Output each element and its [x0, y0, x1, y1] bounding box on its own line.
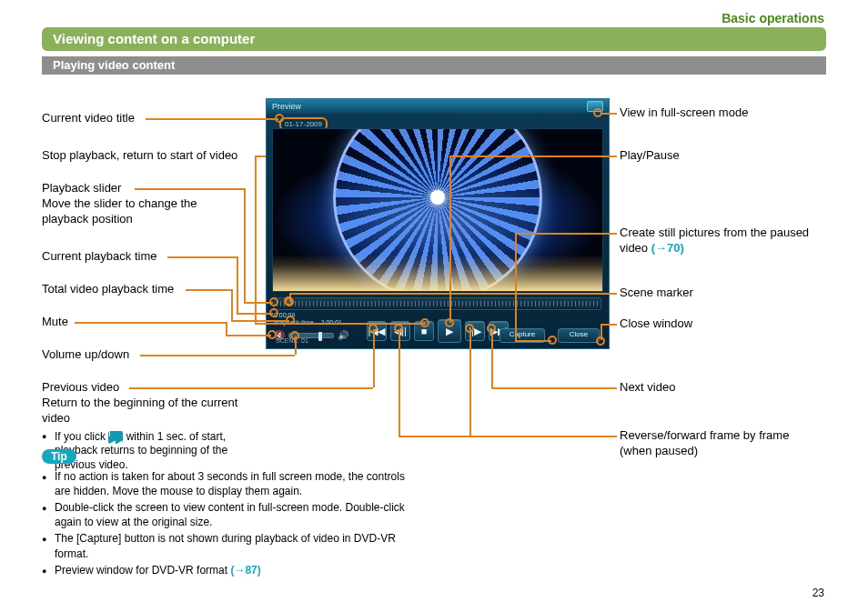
- fullscreen-icon[interactable]: [587, 101, 603, 112]
- callout-cur-time: Current playback time: [42, 249, 156, 265]
- page-title: Viewing content on a computer: [42, 27, 826, 51]
- tips-section: Tip If no action is taken for about 3 se…: [42, 449, 406, 579]
- tip-item: If no action is taken for about 3 second…: [42, 469, 406, 498]
- close-button[interactable]: Close: [558, 328, 600, 343]
- stop-button[interactable]: ■: [414, 321, 434, 341]
- callout-playpause: Play/Pause: [620, 148, 680, 164]
- capture-button[interactable]: Capture: [500, 328, 545, 343]
- callout-slider-desc: Move the slider to change the playback p…: [42, 196, 197, 226]
- image-foreground: [273, 255, 602, 291]
- callout-prev-note-a: If you click: [55, 430, 108, 443]
- tip-badge: Tip: [42, 449, 76, 464]
- inline-prev-icon: |◀◀: [108, 431, 123, 444]
- callout-prev-head: Previous video: [42, 380, 119, 394]
- callout-slider: Playback slider Move the slider to chang…: [42, 181, 233, 227]
- callout-still: Create still pictures from the paused vi…: [620, 226, 829, 256]
- breadcrumb: Basic operations: [722, 11, 824, 25]
- tip-item: The [Capture] button is not shown during…: [42, 531, 406, 560]
- callout-fullscreen: View in full-screen mode: [620, 105, 748, 121]
- callout-volume: Volume up/down: [42, 347, 129, 363]
- callout-close: Close window: [620, 316, 692, 332]
- transport-controls: |◀◀ ◀|| ■ ▶ ||▶ ▶▶|: [367, 321, 509, 343]
- callout-frames: Reverse/forward frame by frame (when pau…: [620, 428, 820, 459]
- tip-item: Double-click the screen to view content …: [42, 500, 406, 529]
- callout-prev-desc: Return to the beginning of the current v…: [42, 396, 237, 425]
- preview-header-label: Preview: [272, 102, 301, 111]
- total-time-row: Playback time 2:00:01: [274, 319, 342, 326]
- callout-next: Next video: [620, 380, 675, 396]
- total-playback-time: 2:00:01: [321, 319, 342, 326]
- scene-marker-indicator: [284, 296, 293, 306]
- callout-mute: Mute: [42, 315, 68, 330]
- callout-slider-head: Playback slider: [42, 181, 121, 195]
- frame-back-button[interactable]: ◀||: [390, 321, 410, 341]
- volume-icon[interactable]: 🔊: [338, 330, 348, 341]
- page-number: 23: [812, 587, 824, 599]
- video-area[interactable]: [272, 128, 603, 292]
- time-row: 0:00:09: [274, 312, 295, 318]
- callout-scene: Scene marker: [620, 286, 693, 301]
- callout-total-time: Total video playback time: [42, 282, 174, 297]
- frame-forward-button[interactable]: ||▶: [465, 321, 485, 341]
- play-pause-button[interactable]: ▶: [438, 319, 461, 343]
- section-subtitle: Playing video content: [42, 56, 826, 75]
- previous-button[interactable]: |◀◀: [367, 321, 387, 341]
- preview-header: Preview: [267, 99, 609, 114]
- current-playback-time: 0:00:09: [274, 312, 295, 318]
- tip-item-text: Preview window for DVD-VR format: [55, 564, 230, 577]
- total-time-label: Playback time: [274, 319, 314, 326]
- preview-window: Preview 01-17-2009 0:00:09 Playback time…: [266, 98, 610, 349]
- link-page-70[interactable]: (→70): [651, 241, 684, 255]
- scene-label: SCENE: 01: [276, 337, 308, 344]
- callout-current-title: Current video title: [42, 111, 135, 126]
- callout-still-text: Create still pictures from the paused vi…: [620, 226, 809, 255]
- link-page-87[interactable]: (→87): [230, 564, 260, 577]
- callout-stop: Stop playback, return to start of video: [42, 148, 237, 164]
- tip-item: Preview window for DVD-VR format (→87): [42, 563, 406, 577]
- playback-slider[interactable]: [274, 297, 601, 310]
